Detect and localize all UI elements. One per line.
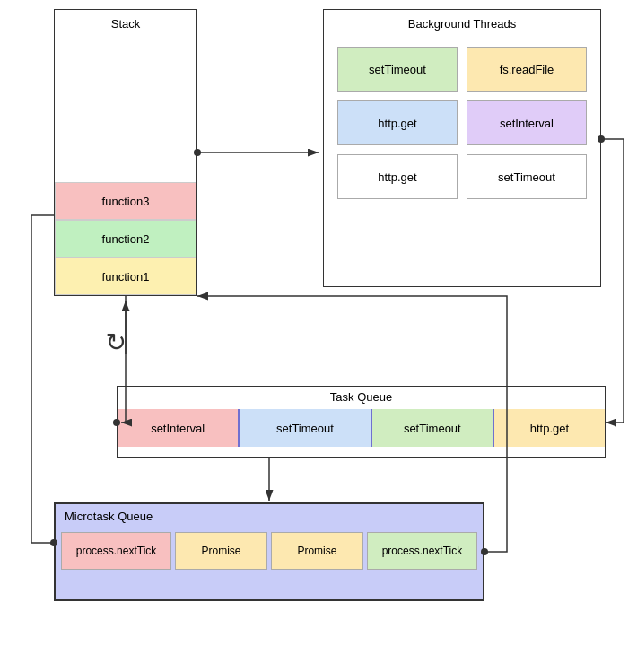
microtask-items: process.nextTick Promise Promise process… [61, 532, 477, 570]
tq-settimeout1: setTimeout [240, 409, 371, 447]
stack-label: Stack [55, 10, 196, 38]
mq-promise2: Promise [271, 532, 363, 570]
stack-item-function3: function3 [55, 182, 196, 220]
task-queue-items: setInterval setTimeout setTimeout http.g… [118, 409, 605, 447]
bg-item-httpget1: http.get [337, 100, 458, 145]
background-threads-box: Background Threads setTimeout fs.readFil… [323, 9, 601, 287]
diagram-container: Stack function3 function2 function1 Back… [0, 0, 637, 672]
tq-setinterval: setInterval [118, 409, 240, 447]
mq-processnexttick2: process.nextTick [367, 532, 477, 570]
stack-box: Stack function3 function2 function1 [54, 9, 197, 296]
bg-threads-label: Background Threads [324, 10, 600, 38]
bg-item-httpget2: http.get [337, 154, 458, 199]
mq-promise1: Promise [175, 532, 267, 570]
tq-settimeout2: setTimeout [372, 409, 494, 447]
bg-item-settimeout1: setTimeout [337, 47, 458, 92]
microtask-queue-label: Microtask Queue [56, 504, 483, 528]
mq-processnexttick1: process.nextTick [61, 532, 171, 570]
bg-item-settimeout2: setTimeout [467, 154, 587, 199]
bg-item-fsreadfile: fs.readFile [467, 47, 587, 92]
task-queue-box: Task Queue setInterval setTimeout setTim… [117, 386, 606, 458]
stack-items: function3 function2 function1 [55, 182, 196, 295]
stack-item-function1: function1 [55, 257, 196, 295]
task-queue-label: Task Queue [118, 387, 605, 407]
bg-item-setinterval: setInterval [467, 100, 587, 145]
tq-httpget: http.get [494, 409, 605, 447]
bg-threads-grid: setTimeout fs.readFile http.get setInter… [324, 38, 600, 208]
stack-item-function2: function2 [55, 220, 196, 257]
loop-arrow-icon: ↺ [106, 327, 127, 357]
microtask-queue-box: Microtask Queue process.nextTick Promise… [54, 502, 484, 601]
